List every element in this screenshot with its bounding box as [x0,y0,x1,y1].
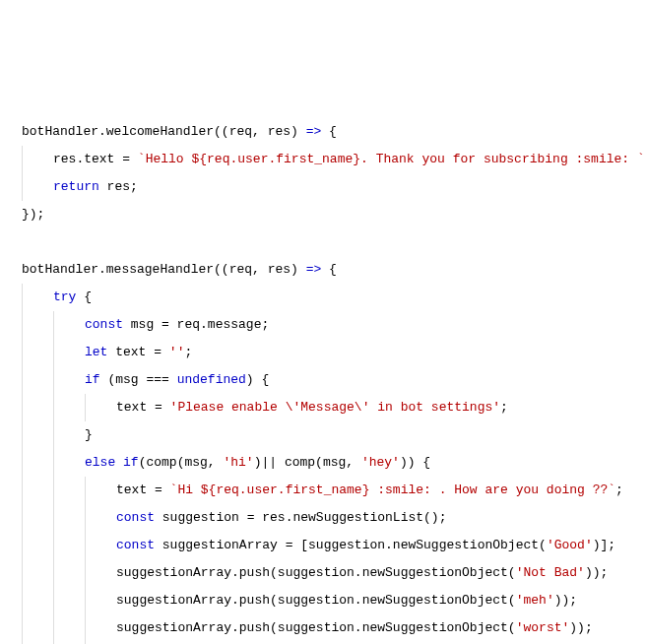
token: suggestionArray = [suggestion.newSuggest… [155,538,547,552]
token: 'worst' [516,620,570,635]
indent-guides [22,449,85,477]
indent-guides [22,614,116,642]
token: const [85,317,123,332]
token: => [306,124,322,139]
token: )); [585,565,608,580]
token: )]; [593,538,615,552]
token: ) { [246,372,269,387]
token: suggestion = res.newSuggestionList(); [155,510,446,525]
token: '' [169,345,185,359]
token: )) { [400,455,430,470]
code-line: if (msg === undefined) { [12,366,646,394]
indent-guides [22,394,116,421]
indent-guides [22,366,85,394]
token: if [85,372,100,387]
code-content: text = 'Please enable \'Message\' in bot… [116,394,646,421]
token: const [116,538,155,552]
token: text = [107,345,168,359]
token: `Hello ${req.user.first_name}. Thank you… [138,152,645,166]
code-content: botHandler.messageHandler((req, res) => … [22,256,646,284]
indent-guides [22,477,116,504]
indent-guides [22,559,116,587]
code-line: const msg = req.message; [12,311,646,339]
code-content: res.text = `Hello ${req.user.first_name}… [53,146,646,173]
token: `Hi ${req.user.first_name} :smile: . How… [170,483,615,497]
token: return [53,179,99,194]
indent-guides [22,532,116,559]
code-line: botHandler.messageHandler((req, res) => … [12,256,646,284]
code-line: } [12,421,646,449]
token: 'hey' [361,455,400,470]
token: 'hi' [223,455,253,470]
token: 'Not Bad' [516,565,585,580]
code-content: suggestionArray.push(suggestion.newSugge… [116,559,646,587]
code-content: if (msg === undefined) { [85,366,646,394]
token: const [116,510,155,525]
token: res.text = [53,152,138,166]
code-line: }); [12,201,646,228]
code-line: suggestionArray.push(suggestion.newSugge… [12,587,646,614]
code-line: let text = ''; [12,339,646,366]
code-line: suggestionArray.push(suggestion.newSugge… [12,559,646,587]
code-content: return res; [53,173,646,201]
indent-guides [22,587,116,614]
indent-guides [22,504,116,532]
code-line: const suggestionArray = [suggestion.newS… [12,532,646,559]
code-editor: botHandler.welcomeHandler((req, res) => … [12,118,646,644]
code-content: const suggestionArray = [suggestion.newS… [116,532,646,559]
token: )); [569,620,592,635]
token: (comp(msg, [139,455,224,470]
code-line: text = `Hi ${req.user.first_name} :smile… [12,477,646,504]
code-line: try { [12,284,646,311]
token: 'Good' [547,538,593,552]
token [115,455,123,470]
code-line: suggestionArray.push(suggestion.newSugge… [12,614,646,642]
token: if [123,455,139,470]
code-content: const msg = req.message; [85,311,646,339]
code-content: } [85,421,646,449]
code-content: try { [53,284,646,311]
token: } [85,427,93,442]
token: msg = req.message; [123,317,269,332]
token: ; [615,483,623,497]
token: undefined [177,372,246,387]
token [22,234,30,249]
indent-guides [22,284,53,311]
token: (msg === [100,372,177,387]
code-content: const suggestion = res.newSuggestionList… [116,504,646,532]
token: suggestionArray.push(suggestion.newSugge… [116,565,516,580]
indent-guides [22,173,53,201]
token: ; [500,400,508,415]
token: }); [22,207,44,222]
indent-guides [22,421,85,449]
token: suggestionArray.push(suggestion.newSugge… [116,593,516,608]
token: let [85,345,107,359]
code-content: else if(comp(msg, 'hi')|| comp(msg, 'hey… [85,449,646,477]
code-content: }); [22,201,646,228]
token: res; [99,179,138,194]
code-line: return res; [12,173,646,201]
code-content: botHandler.welcomeHandler((req, res) => … [22,118,646,146]
token: text = [116,483,170,497]
code-line: res.text = `Hello ${req.user.first_name}… [12,146,646,173]
token: botHandler.messageHandler((req, res) [22,262,306,277]
token: ; [184,345,192,359]
token: )|| comp(msg, [254,455,361,470]
token: botHandler.welcomeHandler((req, res) [22,124,306,139]
indent-guides [22,311,85,339]
token: )); [554,593,577,608]
token: 'meh' [516,593,554,608]
code-line: text = 'Please enable \'Message\' in bot… [12,394,646,421]
token: { [76,290,92,304]
indent-guides [22,339,85,366]
code-line: else if(comp(msg, 'hi')|| comp(msg, 'hey… [12,449,646,477]
code-content: suggestionArray.push(suggestion.newSugge… [116,587,646,614]
code-line: botHandler.welcomeHandler((req, res) => … [12,118,646,146]
code-content: text = `Hi ${req.user.first_name} :smile… [116,477,646,504]
code-content: let text = ''; [85,339,646,366]
token: try [53,290,76,304]
code-line: const suggestion = res.newSuggestionList… [12,504,646,532]
token: { [321,124,337,139]
token: { [321,262,337,277]
code-content [22,228,646,256]
